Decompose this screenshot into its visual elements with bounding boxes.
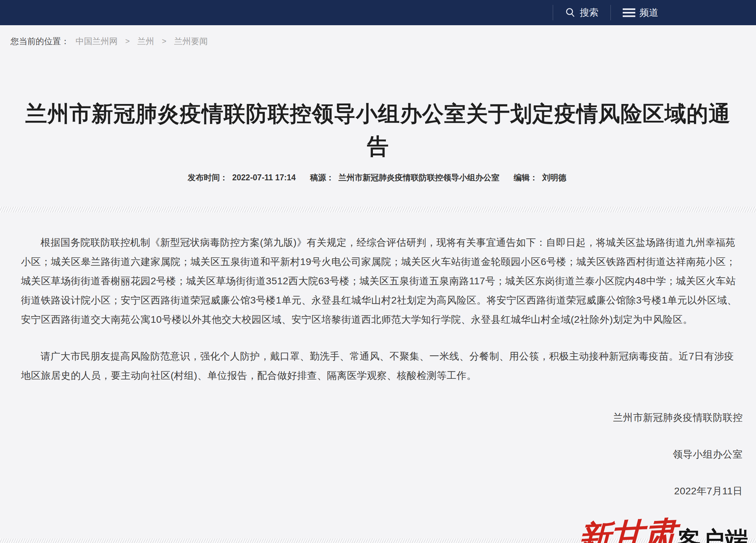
breadcrumb-label: 您当前的位置：: [10, 36, 69, 47]
search-icon: [565, 7, 575, 18]
breadcrumb-separator: >: [125, 37, 130, 46]
editor-label: 编辑：: [514, 173, 538, 182]
breadcrumb-separator: >: [162, 37, 167, 46]
signature-line-1: 兰州市新冠肺炎疫情联防联控: [21, 408, 743, 427]
search-button[interactable]: 搜索: [553, 0, 610, 25]
navbar-actions: 搜索 频道: [553, 0, 670, 25]
divider-band: [0, 207, 756, 213]
channels-button[interactable]: 频道: [611, 0, 670, 25]
search-label: 搜索: [580, 6, 599, 19]
breadcrumb-link-site[interactable]: 中国兰州网: [76, 36, 118, 47]
client-suffix-text: 客户端: [678, 524, 749, 543]
article-body: 根据国务院联防联控机制《新型冠状病毒防控方案(第九版)》有关规定，经综合评估研判…: [0, 233, 756, 501]
channels-label: 频道: [640, 6, 658, 19]
menu-icon: [623, 8, 635, 18]
publish-time-label: 发布时间：: [188, 173, 228, 182]
top-navbar: 搜索 频道: [0, 0, 756, 25]
source-label: 稿源：: [310, 173, 334, 182]
article-meta: 发布时间： 2022-07-11 17:14 稿源： 兰州市新冠肺炎疫情联防联控…: [0, 172, 756, 183]
breadcrumb-link-lanzhou[interactable]: 兰州: [137, 36, 154, 47]
xin-gansu-client-logo: 新甘肃 客户端: [577, 519, 749, 543]
page: 搜索 频道 您当前的位置： 中国兰州网 > 兰州 > 兰州要闻: [0, 0, 756, 543]
signature-line-3: 2022年7月11日: [21, 481, 743, 501]
breadcrumb-link-lanzhou-news[interactable]: 兰州要闻: [174, 36, 208, 47]
article-title: 兰州市新冠肺炎疫情联防联控领导小组办公室关于划定疫情风险区域的通告: [24, 97, 732, 162]
editor-value: 刘明德: [542, 173, 566, 182]
article-paragraph-1: 根据国务院联防联控机制《新型冠状病毒防控方案(第九版)》有关规定，经综合评估研判…: [21, 233, 743, 329]
article-main: 兰州市新冠肺炎疫情联防联控领导小组办公室关于划定疫情风险区域的通告 发布时间： …: [0, 97, 756, 543]
breadcrumb: 您当前的位置： 中国兰州网 > 兰州 > 兰州要闻: [0, 25, 756, 56]
article-paragraph-2: 请广大市民朋友提高风险防范意识，强化个人防护，戴口罩、勤洗手、常通风、不聚集、一…: [21, 347, 743, 385]
xin-gansu-brand-text: 新甘肃: [577, 516, 676, 543]
source-value: 兰州市新冠肺炎疫情联防联控领导小组办公室: [339, 173, 500, 182]
signature-line-2: 领导小组办公室: [21, 445, 743, 464]
publish-time-value: 2022-07-11 17:14: [232, 173, 296, 182]
